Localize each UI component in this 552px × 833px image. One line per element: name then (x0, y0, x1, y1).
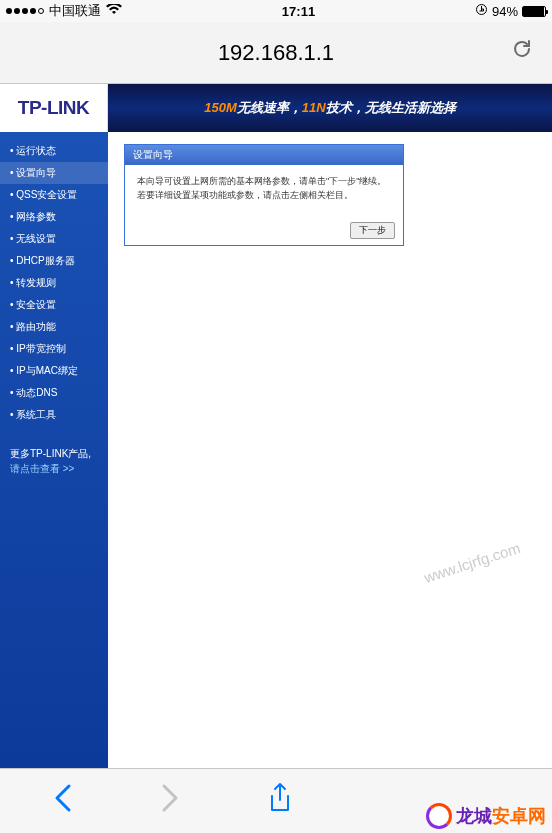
tp-link-logo: TP-LINK (18, 97, 89, 119)
sidebar-item-ddns[interactable]: 动态DNS (0, 382, 108, 404)
wifi-icon (106, 4, 122, 19)
panel-title: 设置向导 (125, 145, 403, 165)
sidebar-item-routing[interactable]: 路由功能 (0, 316, 108, 338)
sidebar-nav: 运行状态 设置向导 QSS安全设置 网络参数 无线设置 DHCP服务器 转发规则… (0, 132, 108, 768)
sidebar-item-dhcp[interactable]: DHCP服务器 (0, 250, 108, 272)
forward-button[interactable] (161, 783, 179, 820)
clock-time: 17:11 (282, 4, 315, 19)
share-button[interactable] (267, 782, 293, 820)
logo-area: TP-LINK (0, 84, 108, 132)
wizard-panel: 设置向导 本向导可设置上网所需的基本网络参数，请单击"下一步"继续。若要详细设置… (124, 144, 404, 246)
sidebar-item-security[interactable]: 安全设置 (0, 294, 108, 316)
sidebar-item-wireless[interactable]: 无线设置 (0, 228, 108, 250)
brand-logo-icon (426, 803, 452, 829)
brand-text: 龙城安卓网 (456, 804, 546, 828)
header-banner: 150M无线速率，11N技术，无线生活新选择 (108, 84, 552, 132)
page-content: TP-LINK 150M无线速率，11N技术，无线生活新选择 运行状态 设置向导… (0, 84, 552, 768)
sidebar-item-bandwidth[interactable]: IP带宽控制 (0, 338, 108, 360)
next-button[interactable]: 下一步 (350, 222, 395, 239)
sidebar-more-products[interactable]: 更多TP-LINK产品, 请点击查看 >> (0, 442, 108, 480)
status-left: 中国联通 (6, 2, 122, 20)
sidebar-item-ipmac[interactable]: IP与MAC绑定 (0, 360, 108, 382)
sidebar-item-forward[interactable]: 转发规则 (0, 272, 108, 294)
carrier-label: 中国联通 (49, 2, 101, 20)
sidebar-item-qss[interactable]: QSS安全设置 (0, 184, 108, 206)
main-content: 设置向导 本向导可设置上网所需的基本网络参数，请单击"下一步"继续。若要详细设置… (108, 132, 552, 768)
rotation-lock-icon (475, 3, 488, 19)
ios-status-bar: 中国联通 17:11 94% (0, 0, 552, 22)
panel-body-text: 本向导可设置上网所需的基本网络参数，请单击"下一步"继续。若要详细设置某项功能或… (125, 165, 403, 215)
back-button[interactable] (54, 783, 72, 820)
url-text: 192.168.1.1 (218, 40, 334, 66)
battery-icon (522, 6, 546, 17)
battery-percentage: 94% (492, 4, 518, 19)
browser-address-bar[interactable]: 192.168.1.1 (0, 22, 552, 84)
brand-watermark: 龙城安卓网 (420, 799, 552, 833)
sidebar-item-network[interactable]: 网络参数 (0, 206, 108, 228)
signal-strength-icon (6, 8, 44, 14)
sidebar-item-status[interactable]: 运行状态 (0, 140, 108, 162)
sidebar-item-wizard[interactable]: 设置向导 (0, 162, 108, 184)
sidebar-item-system[interactable]: 系统工具 (0, 404, 108, 426)
status-right: 94% (475, 3, 546, 19)
router-header: TP-LINK 150M无线速率，11N技术，无线生活新选择 (0, 84, 552, 132)
refresh-icon[interactable] (510, 37, 534, 68)
